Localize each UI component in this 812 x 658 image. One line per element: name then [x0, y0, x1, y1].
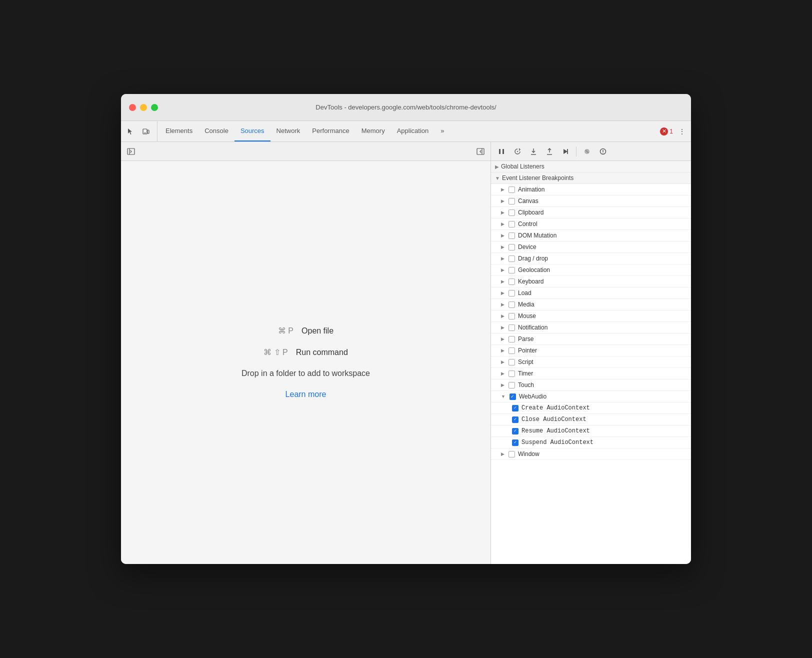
- tab-memory[interactable]: Memory: [356, 121, 391, 142]
- svg-line-9: [517, 151, 518, 152]
- bp-load-label: Load: [518, 290, 532, 296]
- bp-timer[interactable]: ▶ Timer: [491, 368, 691, 380]
- show-navigator-icon[interactable]: [124, 144, 138, 158]
- bp-canvas-label: Canvas: [518, 198, 538, 204]
- bp-geolocation[interactable]: ▶ Geolocation: [491, 264, 691, 276]
- bp-animation[interactable]: ▶ Animation: [491, 184, 691, 196]
- device-icon[interactable]: [139, 124, 153, 138]
- bp-webaudio-label: WebAudio: [519, 393, 546, 400]
- bp-webaudio-create[interactable]: Create AudioContext: [491, 402, 691, 414]
- close-button[interactable]: [129, 104, 136, 111]
- bp-load-checkbox[interactable]: [508, 290, 515, 296]
- bp-touch-checkbox[interactable]: [508, 382, 515, 388]
- bp-close-audiocontext-checkbox[interactable]: [512, 416, 518, 423]
- bp-script-checkbox[interactable]: [508, 359, 515, 366]
- left-content: ⌘ P Open file ⌘ ⇧ P Run command Drop in …: [121, 161, 490, 564]
- bp-suspend-audiocontext-label: Suspend AudioContext: [522, 439, 594, 446]
- bp-animation-checkbox[interactable]: [508, 186, 515, 193]
- more-options-icon[interactable]: ⋮: [675, 124, 689, 138]
- left-toolbar: [121, 142, 490, 161]
- svg-rect-1: [148, 130, 149, 134]
- bp-drag-drop[interactable]: ▶ Drag / drop: [491, 253, 691, 264]
- bp-canvas-checkbox[interactable]: [508, 198, 515, 204]
- global-listeners-header[interactable]: ▶ Global Listeners: [491, 161, 691, 172]
- step-out-button[interactable]: [543, 145, 556, 158]
- bp-media-checkbox[interactable]: [508, 302, 515, 308]
- learn-more-link[interactable]: Learn more: [286, 390, 326, 399]
- open-file-label: Open file: [302, 326, 334, 336]
- bp-load[interactable]: ▶ Load: [491, 288, 691, 299]
- bp-timer-checkbox[interactable]: [508, 370, 515, 377]
- workspace-text: Drop in a folder to add to workspace: [242, 369, 370, 378]
- svg-rect-7: [499, 149, 500, 154]
- fullscreen-button[interactable]: [151, 104, 158, 111]
- tab-console[interactable]: Console: [198, 121, 234, 142]
- bp-dom-mutation[interactable]: ▶ DOM Mutation: [491, 230, 691, 242]
- show-debugger-icon[interactable]: [474, 144, 488, 158]
- minimize-button[interactable]: [140, 104, 147, 111]
- step-into-button[interactable]: [527, 145, 540, 158]
- deactivate-breakpoints-button[interactable]: [580, 145, 594, 158]
- bp-clipboard-checkbox[interactable]: [508, 210, 515, 216]
- bp-device[interactable]: ▶ Device: [491, 242, 691, 253]
- bp-window[interactable]: ▶ Window: [491, 448, 691, 460]
- bp-parse-checkbox[interactable]: [508, 336, 515, 342]
- tab-sources[interactable]: Sources: [234, 121, 270, 142]
- event-listener-breakpoints-header[interactable]: ▼ Event Listener Breakpoints: [491, 172, 691, 184]
- cursor-icon[interactable]: [123, 124, 137, 138]
- tab-more[interactable]: »: [434, 121, 450, 142]
- bp-media[interactable]: ▶ Media: [491, 299, 691, 310]
- bp-drag-drop-checkbox[interactable]: [508, 256, 515, 262]
- error-badge[interactable]: ✕ 1: [660, 128, 673, 136]
- bp-parse[interactable]: ▶ Parse: [491, 334, 691, 345]
- traffic-lights: [129, 104, 158, 111]
- bp-mouse[interactable]: ▶ Mouse: [491, 310, 691, 322]
- bp-resume-audiocontext-label: Resume AudioContext: [522, 428, 590, 434]
- bp-keyboard[interactable]: ▶ Keyboard: [491, 276, 691, 288]
- bp-clipboard[interactable]: ▶ Clipboard: [491, 207, 691, 218]
- event-listener-arrow: ▼: [495, 176, 500, 181]
- pause-on-exceptions-button[interactable]: [596, 145, 610, 158]
- bp-window-checkbox[interactable]: [508, 451, 515, 458]
- bp-timer-label: Timer: [518, 370, 533, 377]
- tab-performance[interactable]: Performance: [306, 121, 355, 142]
- svg-rect-3: [128, 148, 134, 154]
- bp-webaudio-close[interactable]: Close AudioContext: [491, 414, 691, 426]
- tab-network[interactable]: Network: [270, 121, 306, 142]
- toolbar-left: [123, 121, 158, 142]
- step-over-button[interactable]: [511, 145, 524, 158]
- bp-canvas[interactable]: ▶ Canvas: [491, 196, 691, 207]
- run-command-keys: ⌘ ⇧ P: [264, 348, 288, 357]
- bp-notification[interactable]: ▶ Notification: [491, 322, 691, 334]
- bp-webaudio-checkbox[interactable]: [510, 394, 516, 400]
- svg-rect-5: [477, 148, 484, 154]
- bp-keyboard-checkbox[interactable]: [508, 278, 515, 285]
- bp-pointer-checkbox[interactable]: [508, 348, 515, 354]
- bp-control-checkbox[interactable]: [508, 221, 515, 228]
- run-command-label: Run command: [296, 348, 348, 357]
- bp-touch[interactable]: ▶ Touch: [491, 380, 691, 391]
- bp-device-label: Device: [518, 244, 536, 250]
- bp-suspend-audiocontext-checkbox[interactable]: [512, 440, 518, 446]
- svg-rect-8: [502, 149, 504, 154]
- bp-webaudio[interactable]: ▼ WebAudio: [491, 391, 691, 402]
- bp-geolocation-checkbox[interactable]: [508, 267, 515, 274]
- tab-elements[interactable]: Elements: [160, 121, 198, 142]
- bp-webaudio-resume[interactable]: Resume AudioContext: [491, 426, 691, 437]
- bp-device-checkbox[interactable]: [508, 244, 515, 250]
- pause-button[interactable]: [495, 145, 508, 158]
- bp-pointer[interactable]: ▶ Pointer: [491, 345, 691, 356]
- bp-script-label: Script: [518, 358, 534, 366]
- bp-mouse-checkbox[interactable]: [508, 313, 515, 320]
- bp-control[interactable]: ▶ Control: [491, 218, 691, 230]
- bp-notification-checkbox[interactable]: [508, 324, 515, 331]
- step-button[interactable]: [559, 145, 572, 158]
- right-content: ▶ Global Listeners ▼ Event Listener Brea…: [491, 161, 691, 564]
- bp-dom-mutation-checkbox[interactable]: [508, 232, 515, 239]
- open-file-keys: ⌘ P: [278, 326, 294, 336]
- bp-webaudio-suspend[interactable]: Suspend AudioContext: [491, 437, 691, 448]
- bp-resume-audiocontext-checkbox[interactable]: [512, 428, 518, 434]
- bp-create-audiocontext-checkbox[interactable]: [512, 405, 518, 412]
- tab-application[interactable]: Application: [391, 121, 435, 142]
- bp-script[interactable]: ▶ Script: [491, 356, 691, 368]
